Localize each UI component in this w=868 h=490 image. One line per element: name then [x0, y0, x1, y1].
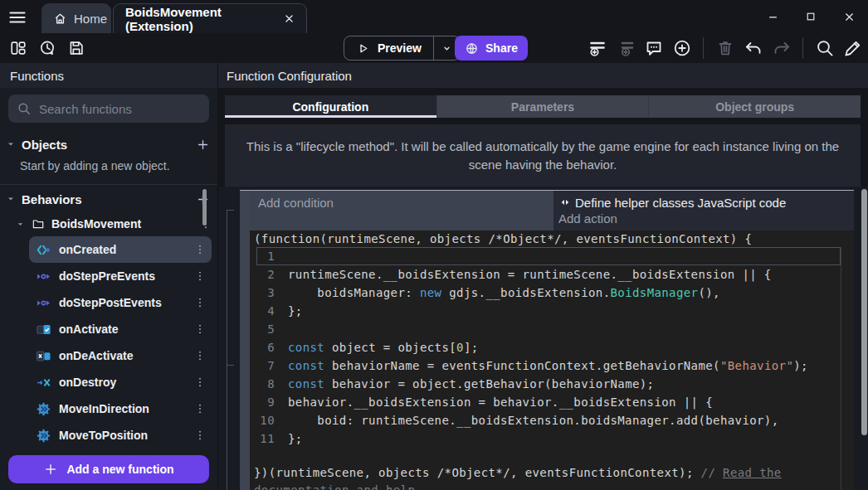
- history-icon[interactable]: [37, 38, 57, 58]
- chevron-down-icon: [441, 42, 453, 55]
- code-line-11: 11};: [250, 429, 854, 448]
- objects-empty-text: Start by adding a new object.: [20, 159, 170, 172]
- add-other-event-icon[interactable]: [671, 38, 692, 59]
- caret-down-icon[interactable]: [0, 194, 22, 204]
- main-menu-icon[interactable]: [7, 7, 27, 27]
- line-number: 5: [250, 320, 288, 338]
- add-event-icon[interactable]: [587, 38, 607, 59]
- behaviors-section-header[interactable]: Behaviors: [0, 187, 217, 211]
- tab-parameters[interactable]: Parameters: [437, 95, 650, 118]
- function-item-label: onDestroy: [59, 376, 188, 389]
- add-condition-cell[interactable]: Add condition: [250, 191, 553, 230]
- tab-extension[interactable]: BoidsMovement (Extension): [113, 3, 307, 33]
- sidebar-item-doStepPreEvents[interactable]: doStepPreEvents: [29, 263, 212, 289]
- function-item-label: MoveToPosition: [59, 429, 188, 442]
- preview-button[interactable]: Preview: [344, 36, 461, 61]
- code-line-9: 9behavior.__boidsExtension = behavior.__…: [250, 393, 854, 411]
- behavior-group-row[interactable]: BoidsMovement: [0, 212, 217, 235]
- code-line-6: 6const object = objects[0];: [250, 338, 854, 357]
- close-button[interactable]: [830, 0, 868, 33]
- kebab-menu-icon[interactable]: [188, 399, 212, 419]
- sidebar-header: Functions: [0, 63, 217, 88]
- add-comment-icon[interactable]: [643, 38, 664, 59]
- current-line-highlight: [256, 247, 841, 265]
- sidebar-item-MoveInDirection[interactable]: MoveInDirection: [29, 395, 212, 422]
- line-number: 3: [250, 284, 288, 302]
- sidebar-item-onActivate[interactable]: onActivate: [29, 316, 212, 342]
- js-code-editor[interactable]: (function(runtimeScene, objects /*Object…: [250, 230, 854, 490]
- save-icon[interactable]: [66, 38, 86, 58]
- sidebar-item-onDeActivate[interactable]: onDeActivate: [29, 342, 212, 369]
- function-item-label: onCreated: [59, 243, 188, 256]
- search-functions-input[interactable]: [39, 102, 188, 116]
- function-item-label: doStepPostEvents: [59, 296, 188, 309]
- kebab-menu-icon[interactable]: [188, 240, 212, 260]
- search-icon[interactable]: [814, 38, 835, 59]
- event-indent-tick: [227, 210, 234, 211]
- tab-home-label: Home: [74, 12, 107, 26]
- add-condition-label: Add condition: [258, 196, 334, 210]
- code-text: const object = objects[0];: [288, 338, 479, 357]
- add-object-button[interactable]: [188, 138, 217, 152]
- activate-icon: [34, 323, 52, 337]
- created-icon: [34, 243, 52, 257]
- code-line-4: 4};: [250, 302, 854, 320]
- add-sub-event-icon[interactable]: [615, 38, 636, 59]
- plus-icon: [43, 462, 58, 477]
- redo-icon[interactable]: [771, 38, 792, 59]
- code-wrapper-header: (function(runtimeScene, objects /*Object…: [250, 230, 854, 247]
- undo-icon[interactable]: [743, 38, 763, 59]
- kebab-menu-icon[interactable]: [188, 293, 212, 313]
- kebab-menu-icon[interactable]: [188, 425, 212, 445]
- tab-close-icon[interactable]: [284, 13, 295, 24]
- tab-object-groups[interactable]: Object groups: [649, 95, 861, 118]
- add-function-button[interactable]: Add a new function: [8, 455, 209, 483]
- share-label: Share: [485, 41, 518, 55]
- behavior-group-label: BoidsMovement: [51, 217, 194, 230]
- add-action-label[interactable]: Add action: [558, 211, 854, 230]
- kebab-menu-icon[interactable]: [188, 372, 212, 392]
- code-text: behavior.__boidsExtension = behavior.__b…: [288, 393, 713, 411]
- minimize-button[interactable]: [753, 0, 792, 33]
- sidebar-divider: [0, 184, 217, 185]
- kebab-menu-icon[interactable]: [188, 266, 212, 286]
- kebab-menu-icon[interactable]: [188, 319, 212, 339]
- toolbar: Preview Share: [0, 33, 868, 63]
- sidebar-item-MoveToPosition[interactable]: MoveToPosition: [29, 422, 212, 449]
- sidebar-item-onDestroy[interactable]: onDestroy: [29, 369, 212, 395]
- add-function-label: Add a new function: [66, 463, 173, 476]
- sidebar-item-doStepPostEvents[interactable]: doStepPostEvents: [29, 289, 212, 316]
- kebab-menu-icon[interactable]: [188, 346, 212, 366]
- project-manager-icon[interactable]: [8, 38, 28, 58]
- share-button[interactable]: Share: [455, 36, 528, 61]
- step-icon: [34, 269, 52, 284]
- home-icon: [53, 12, 67, 26]
- edit-extension-icon[interactable]: [842, 38, 863, 59]
- maximize-button[interactable]: [792, 0, 830, 33]
- event-indent-guide: [227, 210, 227, 490]
- function-description: This is a "lifecycle method". It will be…: [225, 124, 861, 187]
- toolbar-left-icons: [8, 33, 86, 63]
- line-number: 2: [250, 265, 288, 284]
- js-event-title[interactable]: Define helper classes JavaScript code: [558, 193, 854, 211]
- line-number: 11: [250, 429, 288, 448]
- code-text: };: [288, 302, 303, 320]
- event-drag-handle[interactable]: [240, 191, 250, 490]
- caret-down-icon[interactable]: [0, 139, 22, 149]
- delete-icon[interactable]: [714, 38, 735, 59]
- events-scrollbar[interactable]: [861, 189, 867, 435]
- caret-down-icon[interactable]: [12, 220, 28, 229]
- sidebar-item-onCreated[interactable]: onCreated: [29, 236, 212, 263]
- tab-extension-label: BoidsMovement (Extension): [125, 5, 276, 33]
- title-bar: Home BoidsMovement (Extension): [0, 0, 868, 33]
- tab-home[interactable]: Home: [41, 3, 111, 33]
- code-line-2: 2runtimeScene.__boidsExtension = runtime…: [250, 265, 854, 284]
- preview-button-main[interactable]: Preview: [344, 36, 433, 60]
- code-line-3: 3 boidsManager: new gdjs.__boidsExtensio…: [250, 284, 854, 302]
- sidebar-scrollbar[interactable]: [202, 189, 207, 226]
- toolbar-divider: [802, 37, 803, 59]
- search-functions-box[interactable]: [8, 95, 209, 123]
- objects-section-header[interactable]: Objects: [0, 133, 217, 156]
- tab-configuration[interactable]: Configuration: [225, 95, 437, 118]
- toolbar-right-icons: [587, 33, 863, 63]
